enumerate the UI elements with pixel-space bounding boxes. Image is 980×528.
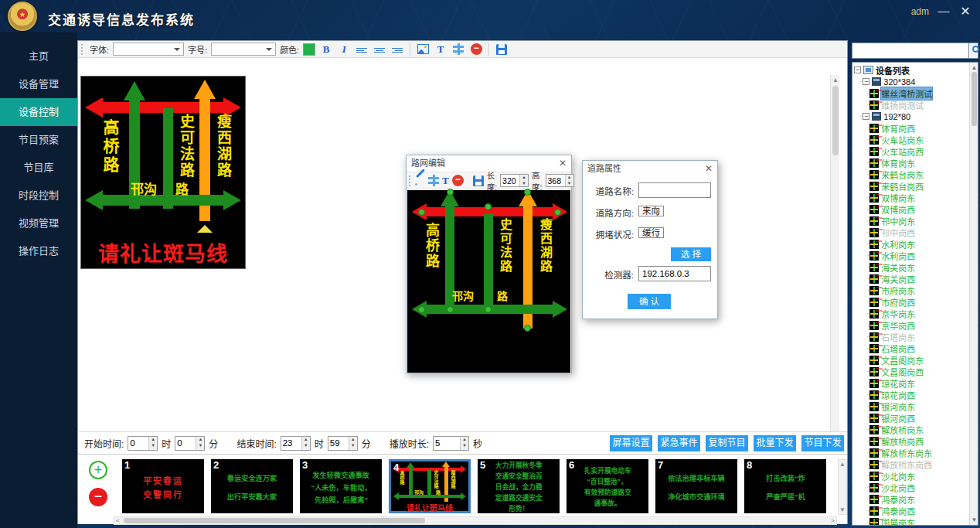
tree-device-item[interactable]: ··双博岗西: [852, 203, 968, 215]
scroll-down-icon[interactable]: ▼: [839, 506, 846, 513]
tree-device-item[interactable]: ··沙北岗东: [852, 470, 968, 482]
sidebar-item-3[interactable]: 节目预案: [0, 126, 77, 154]
tree-device-item[interactable]: ··来鹤台岗东: [852, 169, 968, 180]
schedule-button-2[interactable]: 复制节目: [706, 435, 748, 451]
spin-down-icon[interactable]: ▼: [461, 443, 468, 450]
scroll-up-icon[interactable]: ▲: [970, 63, 978, 72]
edit-handle[interactable]: [554, 209, 561, 216]
spin-down-icon[interactable]: ▼: [302, 443, 310, 450]
playlist-thumbnail-2[interactable]: 2春运安全连万家出行平安靠大家: [211, 459, 293, 513]
schedule-button-4[interactable]: 节目下发: [801, 435, 844, 451]
device-search-input[interactable]: [852, 43, 969, 59]
tree-device-item[interactable]: ··市府岗东: [852, 284, 968, 296]
sidebar-item-5[interactable]: 时段控制: [0, 182, 77, 209]
color-swatch[interactable]: [303, 43, 315, 56]
road-network-button[interactable]: [451, 43, 465, 56]
align-right-button[interactable]: [390, 43, 404, 56]
tree-device-item[interactable]: ··文昌阁岗东: [852, 354, 968, 366]
tree-device-item[interactable]: ··银河岗西: [852, 412, 968, 424]
playlist-thumbnail-3[interactable]: 3发生轻微交通事故“人未伤，车能动，先拍照，后撤离”: [300, 459, 382, 513]
tree-device-item[interactable]: ··石塔岗东: [852, 331, 968, 342]
road-direction-select[interactable]: 来向: [638, 206, 664, 216]
canvas-vertical-scrollbar[interactable]: ▲ ▼: [830, 75, 839, 448]
length-input[interactable]: [501, 175, 519, 186]
edit-handle[interactable]: [418, 306, 425, 313]
schedule-button-0[interactable]: 屏幕设置: [610, 435, 652, 451]
edit-save-button[interactable]: [473, 174, 484, 188]
draw-line-button[interactable]: [415, 174, 425, 188]
tree-device-item[interactable]: ··文昌阁岗西: [852, 366, 968, 377]
road-tool-button[interactable]: [428, 174, 439, 188]
edit-handle[interactable]: [524, 189, 531, 196]
tree-device-item[interactable]: ··来鹤台岗西: [852, 180, 968, 192]
minimize-button[interactable]: —: [935, 4, 952, 17]
edit-canvas[interactable]: 高桥路 史可法路 瘦西湖路 邗沟 路: [407, 190, 570, 373]
tree-device-item[interactable]: ··维扬岗测试: [852, 99, 968, 111]
sidebar-item-4[interactable]: 节目库: [0, 154, 77, 182]
tree-group-item-1[interactable]: ··−192*80: [852, 111, 968, 122]
prop-dialog-titlebar[interactable]: 道路属性 ✕: [583, 161, 717, 177]
tree-device-item[interactable]: ··琼花岗西: [852, 389, 968, 400]
tree-device-item[interactable]: ··市府岗西: [852, 296, 968, 308]
align-center-button[interactable]: [373, 43, 386, 56]
sidebar-item-6[interactable]: 视频管理: [0, 209, 77, 237]
tree-device-item[interactable]: ··体育岗东: [852, 157, 968, 169]
edit-dialog-close-icon[interactable]: ✕: [559, 155, 567, 172]
bold-button[interactable]: B: [319, 43, 333, 56]
height-spinner[interactable]: ▲▼: [565, 175, 573, 186]
tree-device-item[interactable]: ··京华岗东: [852, 308, 968, 319]
tree-device-item[interactable]: ··邗中岗西: [852, 227, 968, 238]
tree-scrollbar[interactable]: ▲ ▼: [969, 63, 978, 525]
end-minute-input[interactable]: [328, 437, 349, 450]
spin-down-icon[interactable]: ▼: [349, 443, 357, 450]
tree-device-item[interactable]: ··京华岗西: [852, 319, 968, 331]
font-select[interactable]: [113, 43, 184, 56]
italic-button[interactable]: I: [337, 43, 351, 56]
tree-device-item[interactable]: ··海关岗西: [852, 273, 968, 284]
tree-device-item[interactable]: ··石塔岗西: [852, 342, 968, 354]
tree-collapse-icon[interactable]: −: [863, 78, 869, 85]
playlist-thumbnail-1[interactable]: 1平安春运交警同行: [122, 459, 204, 513]
schedule-button-3[interactable]: 批量下发: [754, 435, 796, 451]
congestion-select[interactable]: 缓行: [638, 227, 664, 238]
led-sign-preview[interactable]: 高桥路 史可法路 瘦西湖路 邗沟 路 请礼让斑马线: [80, 76, 246, 269]
tree-device-item[interactable]: ··水利岗西: [852, 250, 968, 261]
tree-device-item[interactable]: ··海关岗东: [852, 261, 968, 273]
detector-input[interactable]: [639, 267, 710, 281]
tree-device-item[interactable]: ··火车站岗西: [852, 145, 968, 157]
tree-device-item[interactable]: ··解放桥岗西: [852, 435, 968, 447]
playlist-horizontal-scrollbar[interactable]: < >: [114, 516, 837, 525]
edit-text-button[interactable]: T: [442, 174, 449, 188]
tree-device-item[interactable]: ··双博岗东: [852, 192, 968, 203]
insert-image-button[interactable]: [416, 43, 430, 56]
device-search-button[interactable]: [969, 43, 978, 59]
sidebar-item-7[interactable]: 操作日志: [0, 237, 77, 265]
edit-handle[interactable]: [485, 203, 492, 210]
tree-device-item[interactable]: ··国展岗东: [852, 516, 968, 526]
duration-input[interactable]: [434, 437, 460, 450]
spin-up-icon[interactable]: ▲: [196, 437, 204, 444]
insert-text-button[interactable]: T: [434, 43, 447, 56]
tree-device-item[interactable]: ··解放桥岗东: [852, 424, 968, 435]
start-hour-input[interactable]: [128, 437, 148, 450]
spin-up-icon[interactable]: ▲: [149, 437, 157, 444]
edit-handle[interactable]: [447, 306, 454, 313]
tree-device-item[interactable]: ··琼花岗东: [852, 377, 968, 389]
playlist-thumbnail-4[interactable]: 4高桥路史可法路瘦西湖路邗沟路请礼让斑马线: [389, 459, 471, 513]
schedule-button-1[interactable]: 紧急事件: [658, 435, 700, 451]
edit-delete-button[interactable]: −: [452, 174, 464, 188]
sidebar-item-2[interactable]: 设备控制: [0, 98, 77, 126]
edit-handle[interactable]: [485, 306, 492, 313]
length-spinner[interactable]: ▲▼: [519, 175, 528, 186]
end-hour-input[interactable]: [281, 437, 301, 450]
end-hour-spinner[interactable]: ▲▼: [301, 437, 310, 450]
tree-device-item[interactable]: ··水利岗东: [852, 238, 968, 250]
height-input[interactable]: [546, 175, 565, 186]
playlist-thumbnail-7[interactable]: 7依法治理非标车辆净化城市交通环境: [655, 459, 737, 513]
scroll-up-icon[interactable]: ▲: [831, 77, 840, 83]
delete-button[interactable]: −: [469, 43, 483, 56]
tree-device-item[interactable]: ··邗中岗东: [852, 215, 968, 227]
spin-up-icon[interactable]: ▲: [566, 175, 573, 181]
playlist-thumbnail-6[interactable]: 6扎实开展电动车“百日整治”，有效预防道路交通事故。: [567, 459, 648, 513]
start-hour-spinner[interactable]: ▲▼: [148, 437, 157, 450]
